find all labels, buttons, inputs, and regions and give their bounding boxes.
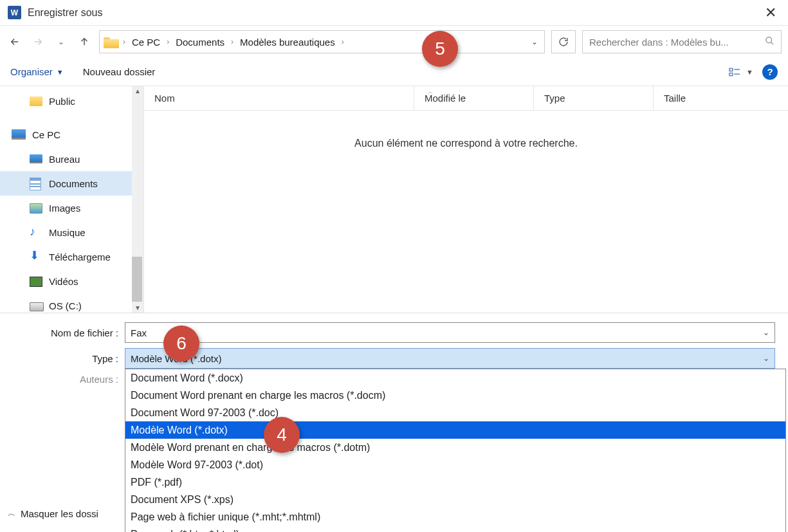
word-app-icon: W — [8, 6, 21, 19]
chevron-right-icon: › — [167, 37, 169, 46]
type-option[interactable]: Page web (*.htm;*.html) — [125, 526, 785, 532]
toolbar: Organiser ▼ Nouveau dossier ▼ ? — [0, 58, 788, 86]
save-fields-area: Nom de fichier : Fax ⌄ Type : Modèle Wor… — [0, 313, 788, 385]
scroll-up-icon[interactable]: ▲ — [132, 86, 143, 96]
chevron-right-icon: › — [342, 37, 344, 46]
nav-item-ce-pc[interactable]: Ce PC — [0, 122, 143, 147]
type-option[interactable]: Modèle Word (*.dotx) — [125, 421, 785, 439]
svg-rect-2 — [729, 73, 733, 75]
callout-6: 6 — [163, 326, 199, 362]
nav-item-label: Documents — [49, 178, 98, 189]
nav-item-label: Public — [49, 96, 75, 107]
column-header-type[interactable]: Type — [534, 86, 654, 110]
nav-item-bureau[interactable]: Bureau — [0, 147, 143, 171]
filename-label: Nom de fichier : — [13, 327, 125, 338]
nav-item-os-c-[interactable]: OS (C:) — [0, 293, 143, 313]
address-dropdown-icon[interactable]: ⌄ — [531, 37, 538, 46]
type-option[interactable]: Modèle Word 97-2003 (*.dot) — [125, 456, 785, 473]
nav-item-label: OS (C:) — [49, 300, 82, 311]
help-icon[interactable]: ? — [762, 64, 778, 80]
type-select[interactable]: Modèle Word (*.dotx) ⌄ — [125, 348, 775, 369]
scrollbar[interactable]: ▲ ▼ — [132, 86, 143, 313]
filename-value: Fax — [131, 327, 147, 338]
file-list-pane: ︿ Nom Modifié le Type Taille Aucun éléme… — [144, 86, 788, 313]
type-option[interactable]: Document Word (*.docx) — [125, 369, 785, 387]
nav-item-label: Images — [49, 203, 80, 214]
search-input[interactable]: Rechercher dans : Modèles bu... — [582, 30, 782, 53]
chevron-down-icon: ▼ — [746, 68, 753, 76]
nav-item-label: Téléchargeme — [49, 252, 111, 262]
title-bar: W Enregistrer sous ✕ — [0, 0, 788, 26]
authors-label: Auteurs : — [13, 374, 125, 385]
forward-button[interactable] — [30, 33, 46, 50]
organize-button[interactable]: Organiser ▼ — [10, 66, 64, 77]
empty-list-message: Aucun élément ne correspond à votre rech… — [144, 138, 788, 149]
nav-item-public[interactable]: Public — [0, 89, 143, 113]
column-header-size[interactable]: Taille — [654, 86, 788, 110]
callout-4: 4 — [264, 417, 300, 453]
search-icon — [765, 36, 774, 48]
view-icon — [727, 66, 742, 78]
new-folder-button[interactable]: Nouveau dossier — [83, 66, 156, 77]
svg-point-0 — [766, 37, 772, 43]
hide-folders-button[interactable]: ︿ Masquer les dossi — [8, 508, 98, 519]
breadcrumb-segment[interactable]: Ce PC — [129, 35, 163, 49]
type-option[interactable]: Modèle Word prenant en charge les macros… — [125, 439, 785, 456]
type-label: Type : — [13, 353, 125, 364]
nav-item-vid-os[interactable]: Vidéos — [0, 269, 143, 293]
navigation-pane: PublicCe PCBureauDocumentsImages♪Musique… — [0, 86, 144, 313]
nav-item-musique[interactable]: ♪Musique — [0, 220, 143, 244]
hide-folders-label: Masquer les dossi — [21, 508, 98, 519]
scroll-thumb[interactable] — [132, 257, 142, 302]
breadcrumb-segment[interactable]: Documents — [173, 35, 227, 49]
type-dropdown-list: Document Word (*.docx)Document Word pren… — [125, 369, 786, 532]
chevron-up-icon: ︿ — [8, 508, 15, 519]
nav-item-label: Vidéos — [49, 276, 78, 287]
filename-input[interactable]: Fax ⌄ — [125, 322, 775, 343]
nav-item-label: Ce PC — [32, 129, 60, 140]
window-title: Enregistrer sous — [28, 7, 761, 19]
nav-item-label: Musique — [49, 227, 86, 238]
svg-rect-1 — [729, 68, 733, 71]
type-option[interactable]: Document XPS (*.xps) — [125, 491, 785, 508]
nav-item-t-l-chargeme[interactable]: ⬇Téléchargeme — [0, 244, 143, 269]
type-option[interactable]: PDF (*.pdf) — [125, 473, 785, 491]
refresh-button[interactable] — [551, 30, 576, 53]
nav-item-documents[interactable]: Documents — [0, 171, 143, 196]
callout-5: 5 — [422, 31, 458, 67]
organize-label: Organiser — [10, 66, 53, 77]
search-placeholder: Rechercher dans : Modèles bu... — [589, 37, 729, 48]
recent-locations-button[interactable]: ⌄ — [53, 33, 69, 50]
back-button[interactable] — [6, 33, 23, 50]
up-button[interactable] — [76, 33, 93, 50]
address-bar[interactable]: › Ce PC › Documents › Modèles bureautiqu… — [99, 30, 545, 53]
chevron-down-icon: ⌄ — [763, 354, 769, 363]
folder-icon — [104, 36, 119, 48]
nav-item-images[interactable]: Images — [0, 196, 143, 220]
chevron-right-icon: › — [123, 37, 125, 46]
nav-item-label: Bureau — [49, 154, 80, 165]
type-option[interactable]: Page web à fichier unique (*.mht;*.mhtml… — [125, 508, 785, 526]
column-headers: ︿ Nom Modifié le Type Taille — [144, 86, 788, 111]
chevron-right-icon: › — [231, 37, 234, 46]
type-option[interactable]: Document Word 97-2003 (*.doc) — [125, 404, 785, 421]
navigation-row: ⌄ › Ce PC › Documents › Modèles bureauti… — [0, 26, 788, 58]
breadcrumb-segment[interactable]: Modèles bureautiques — [237, 35, 338, 49]
column-header-name[interactable]: Nom — [144, 86, 414, 110]
view-options-button[interactable]: ▼ — [727, 66, 753, 78]
chevron-down-icon: ▼ — [57, 68, 64, 76]
sort-indicator-icon: ︿ — [427, 87, 434, 96]
chevron-down-icon[interactable]: ⌄ — [763, 328, 769, 337]
main-area: PublicCe PCBureauDocumentsImages♪Musique… — [0, 86, 788, 313]
scroll-down-icon[interactable]: ▼ — [132, 303, 143, 313]
type-option[interactable]: Document Word prenant en charge les macr… — [125, 387, 785, 404]
close-icon[interactable]: ✕ — [761, 5, 780, 21]
